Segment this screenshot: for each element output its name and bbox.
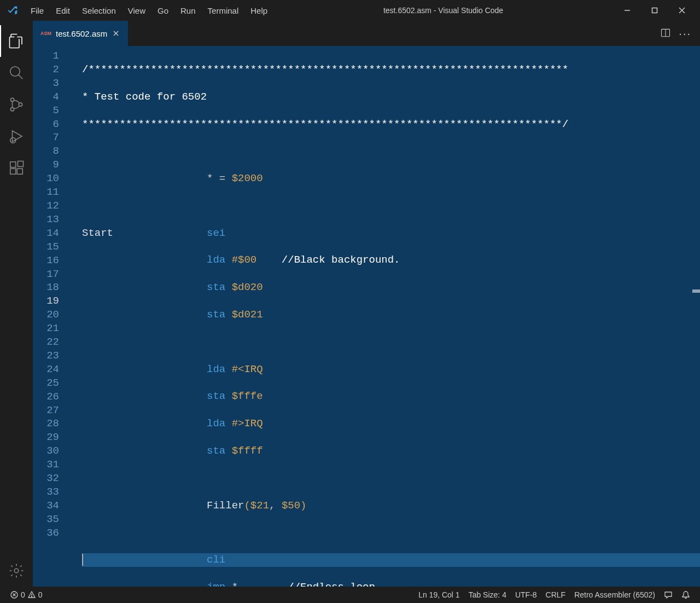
status-position[interactable]: Ln 19, Col 1: [414, 590, 464, 599]
svg-point-23: [31, 596, 32, 597]
svg-rect-12: [17, 169, 22, 174]
close-button[interactable]: [668, 0, 696, 21]
vscode-icon: [4, 5, 21, 16]
svg-point-6: [10, 98, 14, 101]
menu-file[interactable]: File: [25, 4, 49, 18]
source-control-icon[interactable]: [0, 89, 33, 120]
text-cursor: [82, 554, 83, 566]
menu-selection[interactable]: Selection: [77, 4, 121, 18]
svg-point-4: [10, 67, 20, 77]
tabs-row: ASM test.6502.asm ···: [33, 21, 700, 46]
menu-bar: File Edit Selection View Go Run Terminal…: [25, 4, 273, 18]
menu-run[interactable]: Run: [175, 4, 201, 18]
code-area[interactable]: /***************************************…: [74, 46, 700, 587]
status-eol[interactable]: CRLF: [541, 590, 570, 599]
editor-tab[interactable]: ASM test.6502.asm: [33, 21, 128, 46]
svg-rect-11: [10, 169, 16, 174]
svg-point-14: [14, 569, 19, 573]
activity-bar: [0, 21, 33, 587]
notifications-icon[interactable]: [677, 590, 695, 599]
line-gutter[interactable]: 1234567891011121314151617181920212223242…: [33, 46, 74, 587]
extensions-icon[interactable]: [0, 152, 33, 184]
svg-point-7: [10, 108, 14, 111]
titlebar: File Edit Selection View Go Run Terminal…: [0, 0, 700, 21]
status-tab-size[interactable]: Tab Size: 4: [464, 590, 511, 599]
tab-close-icon[interactable]: [112, 29, 120, 38]
svg-rect-10: [10, 162, 16, 167]
status-errors[interactable]: 0 0: [5, 590, 47, 599]
split-editor-icon[interactable]: [660, 27, 671, 40]
menu-terminal[interactable]: Terminal: [202, 4, 244, 18]
explorer-icon[interactable]: [0, 25, 33, 57]
menu-view[interactable]: View: [122, 4, 151, 18]
settings-icon[interactable]: [0, 555, 33, 587]
status-encoding[interactable]: UTF-8: [511, 590, 541, 599]
status-language[interactable]: Retro Assembler (6502): [570, 590, 660, 599]
menu-edit[interactable]: Edit: [50, 4, 75, 18]
file-lang-icon: ASM: [40, 31, 51, 36]
tab-filename: test.6502.asm: [56, 29, 107, 38]
window-title: test.6502.asm - Visual Studio Code: [273, 6, 614, 15]
svg-rect-13: [18, 161, 24, 167]
editor: ASM test.6502.asm ··· 123456789101112131…: [33, 21, 700, 587]
search-icon[interactable]: [0, 57, 33, 89]
menu-go[interactable]: Go: [152, 4, 174, 18]
maximize-button[interactable]: [641, 0, 668, 21]
svg-rect-1: [652, 8, 657, 13]
svg-point-8: [19, 103, 22, 106]
window-controls: [614, 0, 696, 21]
more-actions-icon[interactable]: ···: [679, 27, 691, 40]
menu-help[interactable]: Help: [245, 4, 273, 18]
feedback-icon[interactable]: [660, 590, 677, 599]
status-bar: 0 0 Ln 19, Col 1 Tab Size: 4 UTF-8 CRLF …: [0, 587, 700, 603]
svg-line-5: [19, 75, 23, 79]
run-debug-icon[interactable]: [0, 120, 33, 152]
scrollbar-thumb[interactable]: [692, 289, 700, 293]
minimize-button[interactable]: [614, 0, 641, 21]
